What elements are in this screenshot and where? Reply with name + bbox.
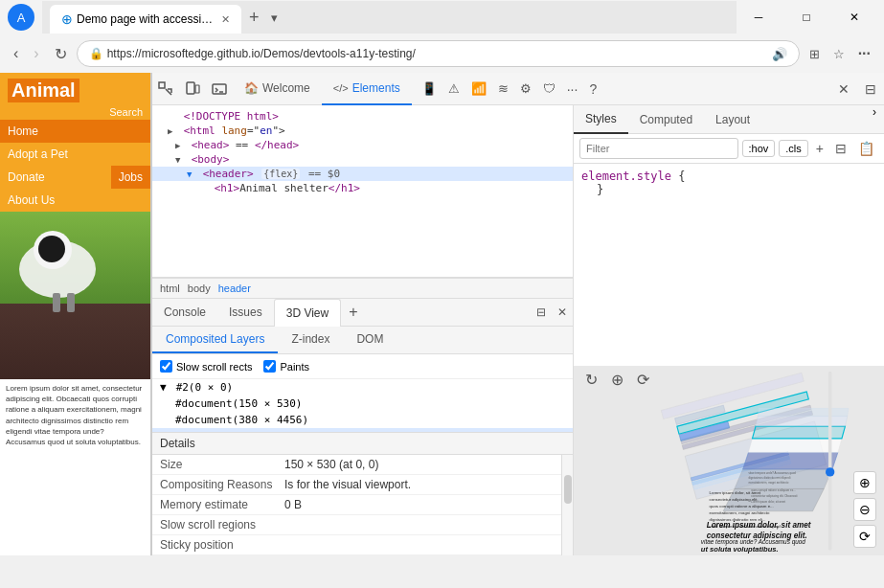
slow-scroll-rects-option[interactable]: Slow scroll rects xyxy=(160,360,252,373)
lock-icon: 🔒 xyxy=(89,47,103,60)
webpage-header: Animal xyxy=(0,73,150,104)
layer-item-0[interactable]: ▼ #2(0 × 0) xyxy=(152,379,573,396)
styles-tab-layout[interactable]: Layout xyxy=(704,105,761,134)
slow-scroll-rects-checkbox[interactable] xyxy=(160,360,172,373)
tab-close-button[interactable]: ✕ xyxy=(221,13,230,26)
details-row-slow-scroll: Slow scroll regions xyxy=(152,515,561,535)
back-button[interactable]: ‹ xyxy=(8,41,24,66)
sub-tab-console[interactable]: Console xyxy=(152,298,217,327)
favorites-button[interactable]: ☆ xyxy=(827,41,850,66)
zoom-in-button[interactable]: ⊕ xyxy=(853,471,876,494)
dom-tab[interactable]: DOM xyxy=(343,327,397,353)
close-button[interactable]: ✕ xyxy=(832,4,876,31)
sub-tab-issues[interactable]: Issues xyxy=(217,298,274,327)
html-line-h1: <h1>Animal shelter</h1> xyxy=(152,181,573,195)
svg-text:Lorem ipsum dolor, sit amet: Lorem ipsum dolor, sit amet xyxy=(710,490,761,495)
nav-bar: ‹ › ↻ 🔒 https://microsoftedge.github.io/… xyxy=(0,34,884,73)
layer-item-2[interactable]: #document(380 × 4456) xyxy=(152,412,573,428)
memory-icon[interactable]: ≋ xyxy=(492,78,514,100)
styles-icon-2[interactable]: 📋 xyxy=(854,139,878,158)
devtools-panel: 🏠 Welcome </> Elements 📱 ⚠ 📶 ≋ ⚙ 🛡 ··· ? xyxy=(151,73,884,555)
refresh-button[interactable]: ↻ xyxy=(49,41,73,67)
styles-tabs: Styles Computed Layout › xyxy=(574,105,884,134)
nav-donate[interactable]: Donate xyxy=(0,166,111,189)
devtools-extra-icons: 📱 ⚠ 📶 ≋ ⚙ 🛡 ··· ? xyxy=(416,78,602,101)
zoom-out-button[interactable]: ⊖ xyxy=(853,498,876,521)
help-button[interactable]: ? xyxy=(583,78,602,101)
cls-button[interactable]: .cls xyxy=(779,140,808,157)
breadcrumb-header[interactable]: header xyxy=(218,283,251,294)
nav-adopt[interactable]: Adopt a Pet xyxy=(0,143,150,166)
sub-tab-3d-view[interactable]: 3D View xyxy=(274,299,341,328)
more-tools-button[interactable]: ··· xyxy=(561,78,584,101)
address-bar[interactable]: 🔒 https://microsoftedge.github.io/Demos/… xyxy=(77,40,800,67)
more-button[interactable]: ··· xyxy=(852,41,876,66)
elements-tab-icon: </> xyxy=(333,82,349,94)
profile-icon[interactable]: A xyxy=(8,4,34,31)
undock-button[interactable]: ⊟ xyxy=(531,302,552,323)
svg-rect-38 xyxy=(828,371,832,550)
devtools-dock-button[interactable]: ⊟ xyxy=(857,78,884,101)
nav-jobs[interactable]: Jobs xyxy=(111,166,150,189)
add-rule-button[interactable]: + xyxy=(812,139,827,158)
devtools-close-button[interactable]: ✕ xyxy=(830,78,857,101)
refresh-layers-button[interactable]: ↻ xyxy=(581,369,601,391)
pan-mode-button[interactable]: ⊕ xyxy=(607,369,627,391)
3d-controls: ⊕ ⊖ ⟳ xyxy=(853,471,876,548)
details-header[interactable]: Details xyxy=(152,433,573,455)
active-tab[interactable]: ⊕ Demo page with accessibility iss ✕ xyxy=(50,5,241,34)
styles-tab-styles[interactable]: Styles xyxy=(574,105,628,134)
breadcrumb-html[interactable]: html xyxy=(160,283,180,294)
styles-content: element.style { } xyxy=(574,164,884,366)
security-icon[interactable]: 🛡 xyxy=(537,78,561,100)
paints-checkbox[interactable] xyxy=(263,360,276,373)
tab-dropdown-button[interactable]: ▾ xyxy=(267,11,282,25)
tab-elements[interactable]: </> Elements xyxy=(322,73,412,105)
threed-visualization[interactable]: ↻ ⊕ ⟳ xyxy=(574,366,884,556)
styles-filter-input[interactable] xyxy=(579,138,738,159)
styles-more-button[interactable]: › xyxy=(865,105,884,133)
title-bar: A ⊕ Demo page with accessibility iss ✕ +… xyxy=(0,0,884,34)
svg-text:dignissimos distinctio rem eli: dignissimos distinctio rem eliqendi xyxy=(748,475,790,479)
details-row-compositing: Compositing Reasons Is for the visual vi… xyxy=(152,475,561,495)
nav-home[interactable]: Home xyxy=(0,120,150,143)
home-tab-icon: 🏠 xyxy=(244,81,259,95)
edge-icon: ⊕ xyxy=(61,11,73,27)
svg-marker-20 xyxy=(756,416,848,426)
inspect-element-button[interactable] xyxy=(152,78,179,101)
network-icon[interactable]: ⚠ xyxy=(442,78,465,100)
tab-welcome[interactable]: 🏠 Welcome xyxy=(233,73,322,105)
add-tab-button[interactable]: + xyxy=(341,304,365,321)
new-tab-button[interactable]: + xyxy=(241,8,267,28)
html-line-header: ▼ <header> {flex} == $0 xyxy=(152,167,573,181)
device-toolbar-button[interactable] xyxy=(179,78,206,101)
details-scrollbar[interactable] xyxy=(561,455,573,555)
close-drawer-button[interactable]: ✕ xyxy=(552,302,573,323)
rotate-mode-button[interactable]: ⟳ xyxy=(633,369,653,391)
maximize-button[interactable]: □ xyxy=(784,4,828,31)
sub-tabs: Console Issues 3D View + ⊟ ✕ xyxy=(152,298,573,327)
split-screen-button[interactable]: ⊞ xyxy=(804,41,826,66)
styles-tab-computed[interactable]: Computed xyxy=(628,105,704,134)
read-aloud-icon[interactable]: 🔊 xyxy=(772,47,787,61)
webpage-panel: Animal Search Home Adopt a Pet Donate Jo… xyxy=(0,73,151,555)
console-drawer-button[interactable] xyxy=(206,78,233,101)
breadcrumb-body[interactable]: body xyxy=(188,283,211,294)
hov-button[interactable]: :hov xyxy=(742,140,776,157)
browser-chrome: A ⊕ Demo page with accessibility iss ✕ +… xyxy=(0,0,884,73)
emulation-icon[interactable]: 📱 xyxy=(416,78,442,100)
svg-rect-2 xyxy=(195,85,199,93)
main-area: Animal Search Home Adopt a Pet Donate Jo… xyxy=(0,73,884,555)
z-index-tab[interactable]: Z-index xyxy=(278,327,343,353)
minimize-button[interactable]: ─ xyxy=(737,4,781,31)
layer-item-1[interactable]: #document(150 × 530) xyxy=(152,396,573,412)
nav-about[interactable]: About Us xyxy=(0,189,150,212)
styles-icon-1[interactable]: ⊟ xyxy=(831,139,850,158)
reset-view-button[interactable]: ⟳ xyxy=(853,525,876,548)
paints-option[interactable]: Paints xyxy=(263,360,309,373)
performance-icon[interactable]: 📶 xyxy=(465,78,492,100)
composited-layers-tab[interactable]: Composited Layers xyxy=(152,327,278,353)
application-icon[interactable]: ⚙ xyxy=(514,78,537,100)
details-row-memory: Memory estimate 0 B xyxy=(152,495,561,515)
forward-button[interactable]: › xyxy=(28,41,44,66)
